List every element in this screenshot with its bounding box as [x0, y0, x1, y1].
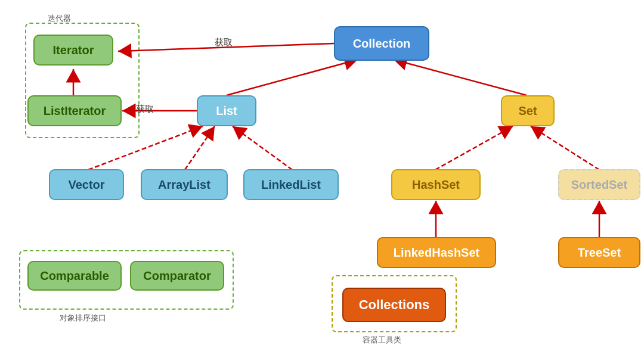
node-iterator: Iterator	[33, 35, 113, 66]
node-vector: Vector	[49, 169, 124, 200]
get-listiterator-label: 获取	[136, 104, 154, 115]
node-linkedhashset: LinkedHashSet	[377, 237, 496, 268]
node-set: Set	[501, 95, 555, 126]
svg-line-7	[233, 126, 292, 170]
node-treeset: TreeSet	[558, 237, 640, 268]
svg-line-9	[531, 126, 599, 170]
tool-box-label: 容器工具类	[363, 335, 401, 345]
diagram: 迭代器 对象排序接口 容器工具类	[0, 0, 644, 349]
node-comparable: Comparable	[27, 261, 122, 291]
svg-line-6	[185, 126, 215, 170]
node-collection: Collection	[334, 26, 429, 61]
svg-line-3	[227, 60, 358, 95]
node-arraylist: ArrayList	[141, 169, 228, 200]
node-sortedset: SortedSet	[558, 169, 640, 200]
node-comparator: Comparator	[130, 261, 224, 291]
get-iterator-label: 获取	[215, 37, 233, 48]
sorting-box-label: 对象排序接口	[60, 313, 106, 323]
node-hashset: HashSet	[391, 169, 481, 200]
node-list: List	[197, 95, 256, 126]
node-linkedlist: LinkedList	[243, 169, 339, 200]
svg-line-8	[435, 126, 513, 170]
iterator-box-label: 迭代器	[48, 13, 71, 24]
node-collections: Collections	[342, 288, 446, 322]
node-listiterator: ListIterator	[27, 95, 122, 126]
svg-line-4	[394, 60, 527, 95]
